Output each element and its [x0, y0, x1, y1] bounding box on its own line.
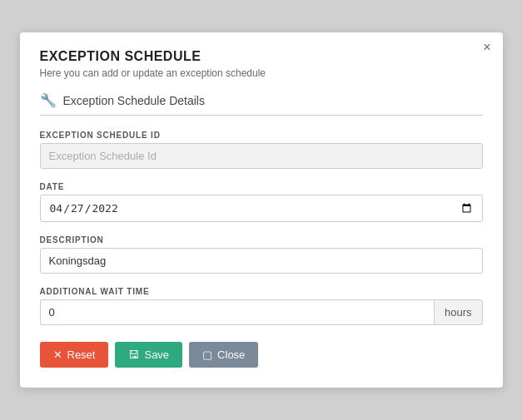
exception-schedule-id-label: EXCEPTION SCHEDULE ID [40, 131, 483, 140]
hours-suffix: hours [434, 299, 483, 325]
description-field: DESCRIPTION [40, 235, 483, 274]
close-button[interactable]: ▢ Close [189, 342, 258, 368]
modal-subtitle: Here you can add or update an exception … [40, 67, 483, 79]
close-label: Close [217, 348, 245, 361]
reset-button[interactable]: ✕ Reset [40, 342, 109, 368]
description-input[interactable] [40, 248, 483, 274]
reset-label: Reset [67, 348, 96, 361]
modal-container: × EXCEPTION SCHEDULE Here you can add or… [20, 32, 503, 388]
wrench-icon: 🔧 [40, 92, 57, 108]
date-input[interactable] [40, 195, 483, 222]
modal-overlay: × EXCEPTION SCHEDULE Here you can add or… [0, 0, 522, 420]
description-label: DESCRIPTION [40, 235, 483, 245]
exception-schedule-id-field: EXCEPTION SCHEDULE ID [40, 131, 483, 169]
exception-schedule-id-input[interactable] [40, 143, 483, 169]
section-header-label: Exception Schedule Details [63, 94, 205, 107]
save-icon: 🖫 [128, 348, 139, 361]
additional-wait-time-input-group: hours [40, 299, 483, 325]
date-label: DATE [40, 182, 483, 191]
section-header: 🔧 Exception Schedule Details [40, 92, 483, 116]
additional-wait-time-field: ADDITIONAL WAIT TIME hours [40, 287, 483, 325]
reset-icon: ✕ [53, 348, 62, 361]
additional-wait-time-input[interactable] [40, 299, 434, 325]
date-field: DATE [40, 182, 483, 222]
save-label: Save [144, 348, 169, 361]
button-row: ✕ Reset 🖫 Save ▢ Close [40, 342, 483, 368]
additional-wait-time-label: ADDITIONAL WAIT TIME [40, 287, 483, 296]
modal-title: EXCEPTION SCHEDULE [40, 49, 483, 64]
modal-close-button[interactable]: × [483, 41, 490, 54]
save-button[interactable]: 🖫 Save [115, 342, 182, 368]
close-icon: ▢ [202, 348, 212, 361]
